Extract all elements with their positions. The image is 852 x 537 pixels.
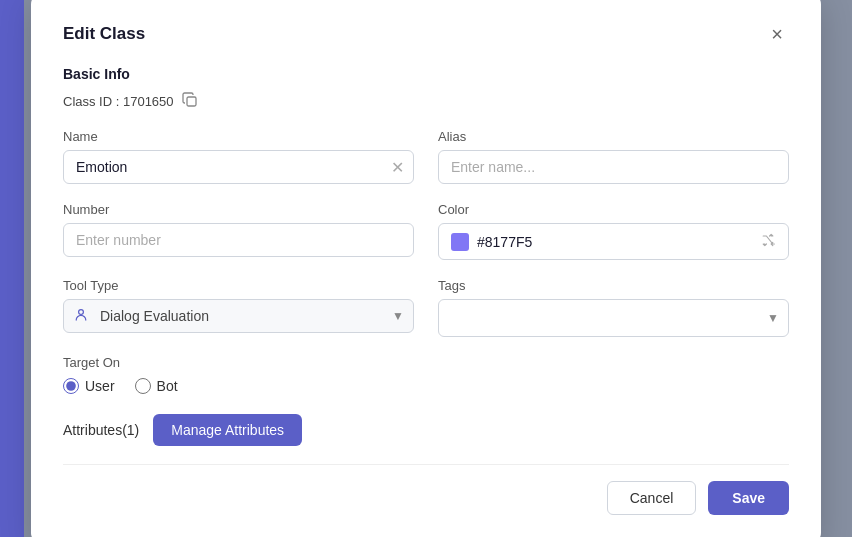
shuffle-icon[interactable] [760,232,776,251]
name-input[interactable] [63,150,414,184]
cancel-button[interactable]: Cancel [607,481,697,515]
background-sidebar [0,0,24,537]
tags-label: Tags [438,278,789,293]
name-clear-icon[interactable]: ✕ [391,158,404,177]
tool-type-select[interactable]: Dialog Evaluation [63,299,414,333]
radio-bot-label[interactable]: Bot [135,378,178,394]
tags-group: Tags ▼ [438,278,789,337]
number-input[interactable] [63,223,414,257]
modal-title: Edit Class [63,24,145,44]
close-button[interactable]: × [765,22,789,46]
basic-info-section: Basic Info Class ID : 1701650 Name ✕ Ali… [63,66,789,446]
tags-select[interactable] [438,299,789,337]
attributes-label: Attributes(1) [63,422,139,438]
edit-class-modal: Edit Class × Basic Info Class ID : 17016… [31,0,821,537]
copy-icon[interactable] [182,92,198,111]
footer-divider [63,464,789,465]
radio-user[interactable] [63,378,79,394]
svg-point-1 [79,310,84,315]
alias-group: Alias [438,129,789,184]
number-group: Number [63,202,414,260]
color-swatch [451,233,469,251]
class-id-row: Class ID : 1701650 [63,92,789,111]
radio-user-text: User [85,378,115,394]
manage-attributes-button[interactable]: Manage Attributes [153,414,302,446]
color-value: #8177F5 [477,234,752,250]
alias-input[interactable] [438,150,789,184]
modal-header: Edit Class × [63,22,789,46]
target-on-section: Target On User Bot [63,355,789,394]
attributes-row: Attributes(1) Manage Attributes [63,414,789,446]
tool-type-select-wrapper: Dialog Evaluation ▼ [63,299,414,333]
save-button[interactable]: Save [708,481,789,515]
color-label: Color [438,202,789,217]
radio-bot[interactable] [135,378,151,394]
color-input-wrapper[interactable]: #8177F5 [438,223,789,260]
target-on-label: Target On [63,355,789,370]
section-title: Basic Info [63,66,789,82]
tool-type-icon [73,307,89,326]
name-alias-row: Name ✕ Alias [63,129,789,184]
name-label: Name [63,129,414,144]
tool-tags-row: Tool Type Dialog Evaluation ▼ Tags [63,278,789,337]
tool-type-group: Tool Type Dialog Evaluation ▼ [63,278,414,337]
radio-group: User Bot [63,378,789,394]
number-label: Number [63,202,414,217]
radio-bot-text: Bot [157,378,178,394]
name-input-wrapper: ✕ [63,150,414,184]
class-id-text: Class ID : 1701650 [63,94,174,109]
color-group: Color #8177F5 [438,202,789,260]
radio-user-label[interactable]: User [63,378,115,394]
tool-type-label: Tool Type [63,278,414,293]
name-group: Name ✕ [63,129,414,184]
tags-select-wrapper: ▼ [438,299,789,337]
alias-label: Alias [438,129,789,144]
svg-rect-0 [187,97,196,106]
modal-footer: Cancel Save [63,481,789,515]
number-color-row: Number Color #8177F5 [63,202,789,260]
